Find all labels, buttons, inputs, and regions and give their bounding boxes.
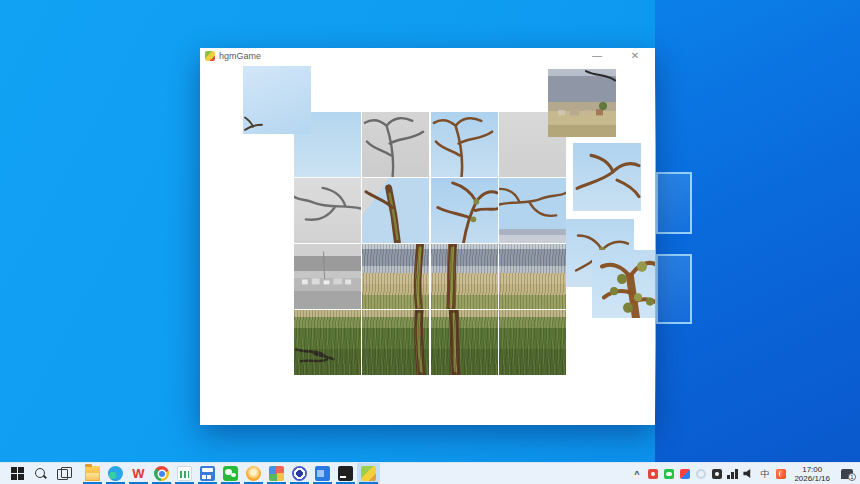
action-center-icon: 1 bbox=[841, 469, 853, 479]
windows-logo-pane-top bbox=[656, 172, 692, 234]
puzzle-board bbox=[200, 64, 655, 425]
puzzle-tile-r2c2-trunk-center[interactable] bbox=[362, 178, 429, 243]
windows-logo-icon bbox=[11, 467, 24, 480]
tray-red-button[interactable] bbox=[646, 466, 659, 482]
photos-icon bbox=[315, 466, 330, 481]
puzzle-piece-mossy[interactable] bbox=[592, 250, 655, 318]
taskbar-app-wps[interactable]: W bbox=[127, 463, 150, 484]
taskbar-app-photos[interactable] bbox=[311, 463, 334, 484]
taskbar-app-calculator[interactable] bbox=[196, 463, 219, 484]
document-chart-icon bbox=[177, 466, 192, 481]
puzzle-tile-r3c4-mountain-field[interactable] bbox=[499, 244, 566, 309]
tray-ring-button[interactable] bbox=[694, 466, 707, 482]
ime-language-icon: 中 bbox=[760, 469, 769, 479]
taskbar-clock[interactable]: 17:00 2026/1/16 bbox=[790, 465, 834, 483]
tk-app-icon bbox=[205, 51, 215, 61]
task-view-icon bbox=[57, 467, 70, 480]
alarm-clock-icon bbox=[246, 466, 261, 481]
minimize-button[interactable]: — bbox=[586, 48, 608, 64]
pinwheel-icon bbox=[269, 466, 284, 481]
search-button[interactable] bbox=[29, 463, 52, 484]
colorful-app-tray-icon bbox=[680, 469, 690, 479]
tk-game-icon bbox=[361, 466, 376, 481]
puzzle-piece-sky[interactable] bbox=[243, 66, 311, 134]
taskbar-app-docs[interactable] bbox=[173, 463, 196, 484]
puzzle-tile-r4c1-grass-branches[interactable] bbox=[294, 310, 361, 375]
taskbar-app-pinwheel[interactable] bbox=[265, 463, 288, 484]
taskbar-app-chrome[interactable] bbox=[150, 463, 173, 484]
taskbar: W ^中 17:00 2026/1/16 1 bbox=[0, 462, 860, 484]
sogou-input-icon bbox=[776, 469, 786, 479]
edge-browser-icon bbox=[108, 466, 123, 481]
taskbar-app-alarm[interactable] bbox=[242, 463, 265, 484]
blue-ring-icon bbox=[292, 466, 307, 481]
tray-green-button[interactable] bbox=[662, 466, 675, 482]
folder-icon bbox=[85, 466, 100, 481]
tray-cam-button[interactable] bbox=[710, 466, 723, 482]
taskbar-app-tk[interactable] bbox=[357, 463, 380, 484]
tray-network-button[interactable] bbox=[726, 466, 739, 482]
puzzle-piece-branch[interactable] bbox=[573, 143, 641, 211]
ring-app-tray-icon bbox=[696, 469, 706, 479]
window-title: hgmGame bbox=[219, 51, 261, 61]
puzzle-tile-r2c4-branches-sky[interactable] bbox=[499, 178, 566, 243]
calculator-icon bbox=[200, 466, 215, 481]
puzzle-tile-r3c3-trunk-mountain-r[interactable] bbox=[431, 244, 498, 309]
wechat-tray-icon bbox=[664, 469, 674, 479]
start-button[interactable] bbox=[6, 463, 29, 484]
puzzle-tile-r4c3-grass-trunk-r[interactable] bbox=[431, 310, 498, 375]
volume-icon bbox=[743, 469, 754, 479]
puzzle-tile-r1c2-treetop-gray[interactable] bbox=[362, 112, 429, 177]
clock-time: 17:00 bbox=[802, 465, 822, 474]
taskbar-app-qqcircle[interactable] bbox=[288, 463, 311, 484]
window-titlebar[interactable]: hgmGame — ✕ bbox=[200, 48, 655, 64]
action-center-button[interactable]: 1 bbox=[837, 466, 857, 482]
terminal-icon bbox=[338, 466, 353, 481]
chrome-icon bbox=[154, 466, 169, 481]
hgmgame-window: hgmGame — ✕ bbox=[200, 48, 655, 425]
puzzle-tile-r3c2-trunk-mountain-l[interactable] bbox=[362, 244, 429, 309]
taskbar-app-file-explorer[interactable] bbox=[81, 463, 104, 484]
notification-badge: 1 bbox=[848, 473, 856, 481]
clock-date: 2026/1/16 bbox=[794, 474, 830, 483]
taskbar-app-wechat[interactable] bbox=[219, 463, 242, 484]
network-signal-icon bbox=[727, 469, 738, 479]
puzzle-tile-r2c1-branches-gray[interactable] bbox=[294, 178, 361, 243]
puzzle-tile-r4c2-grass-trunk-l[interactable] bbox=[362, 310, 429, 375]
puzzle-tile-r1c3-treetop-color[interactable] bbox=[431, 112, 498, 177]
tray-chevron-button[interactable]: ^ bbox=[630, 466, 643, 482]
taskbar-app-edge[interactable] bbox=[104, 463, 127, 484]
tray-ime-button[interactable]: 中 bbox=[758, 466, 771, 482]
red-app-tray-icon bbox=[648, 469, 658, 479]
dark-app-tray-icon bbox=[712, 469, 722, 479]
windows-logo-pane-bottom bbox=[656, 254, 692, 324]
search-icon bbox=[34, 467, 47, 480]
tray-colorful-button[interactable] bbox=[678, 466, 691, 482]
puzzle-tile-r4c4-grass[interactable] bbox=[499, 310, 566, 375]
wechat-icon bbox=[223, 466, 238, 481]
puzzle-piece-village[interactable] bbox=[548, 69, 616, 137]
taskbar-app-terminal[interactable] bbox=[334, 463, 357, 484]
hidden-icons-chevron: ^ bbox=[634, 469, 639, 479]
task-view-button[interactable] bbox=[52, 463, 75, 484]
close-button[interactable]: ✕ bbox=[624, 48, 646, 64]
tray-sogou-button[interactable] bbox=[774, 466, 787, 482]
puzzle-tile-r2c3-tree-right[interactable] bbox=[431, 178, 498, 243]
tray-speaker-button[interactable] bbox=[742, 466, 755, 482]
wps-office-icon: W bbox=[131, 466, 146, 481]
puzzle-tile-r3c1-village-gray[interactable] bbox=[294, 244, 361, 309]
